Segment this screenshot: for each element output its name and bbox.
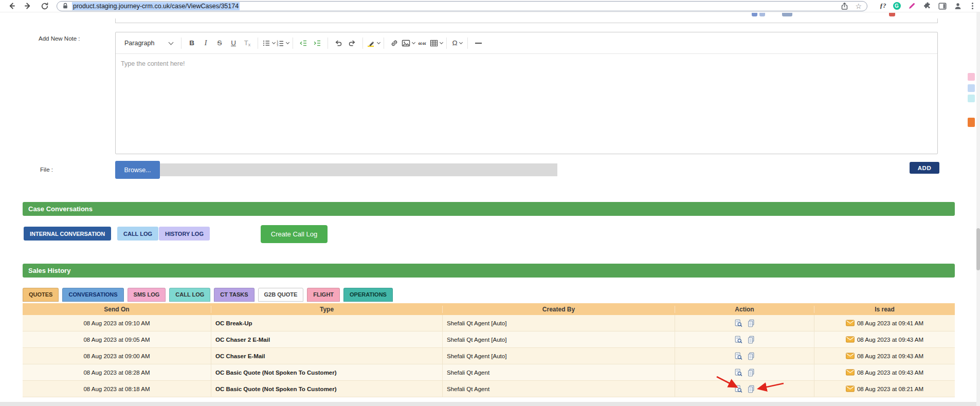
cutoff-panel-edge — [115, 19, 938, 23]
preview-icon[interactable] — [734, 336, 742, 344]
refresh-icon[interactable] — [40, 2, 49, 10]
cutoff-icon[interactable] — [752, 13, 757, 16]
profile-icon[interactable] — [954, 2, 963, 10]
action-cell — [675, 364, 814, 380]
edge-widget-pink[interactable] — [968, 73, 975, 81]
edge-widget-blue[interactable] — [968, 84, 975, 92]
created-by-cell: Shefali Qt Agent — [443, 381, 675, 397]
action-cell — [675, 381, 814, 397]
italic-icon[interactable]: I — [199, 36, 212, 50]
scrollbar-track[interactable] — [976, 12, 980, 406]
preview-icon[interactable] — [734, 368, 742, 377]
indent-icon[interactable] — [311, 36, 324, 50]
bullet-list-icon[interactable] — [262, 36, 275, 50]
send-on-cell: 08 Aug 2023 at 08:28 AM — [23, 364, 211, 380]
table-row: 08 Aug 2023 at 08:28 AM OC Basic Quote (… — [23, 364, 955, 381]
bold-icon[interactable]: B — [185, 36, 198, 50]
special-char-icon[interactable]: Ω — [450, 36, 464, 50]
cutoff-icon[interactable] — [782, 13, 792, 16]
sidebar-icon[interactable] — [938, 2, 947, 10]
file-input-bar[interactable] — [160, 163, 557, 176]
tab-flight[interactable]: FLIGHT — [307, 288, 340, 302]
grammarly-extension-icon[interactable]: G — [893, 2, 901, 10]
copy-icon[interactable] — [747, 368, 755, 377]
tab-operations[interactable]: OPERATIONS — [343, 288, 393, 302]
table-icon[interactable] — [429, 36, 443, 50]
rich-text-editor[interactable]: Paragraph B I S U Tx 123 — [115, 32, 938, 154]
bookmark-star-icon[interactable]: ☆ — [855, 3, 862, 10]
copy-icon[interactable] — [747, 352, 755, 360]
tab-conversations[interactable]: CONVERSATIONS — [62, 288, 123, 302]
preview-icon[interactable] — [734, 385, 742, 393]
fonts-extension-icon[interactable]: ƒ? — [880, 2, 886, 10]
send-on-cell: 08 Aug 2023 at 09:00 AM — [23, 348, 211, 364]
copy-icon[interactable] — [747, 319, 755, 327]
preview-icon[interactable] — [734, 319, 742, 327]
send-on-cell: 08 Aug 2023 at 09:10 AM — [23, 315, 211, 331]
outdent-icon[interactable] — [297, 36, 310, 50]
header-action: Action — [675, 306, 814, 313]
header-send-on: Send On — [23, 306, 211, 313]
call-log-button[interactable]: CALL LOG — [117, 227, 158, 241]
hr-icon[interactable] — [471, 36, 485, 50]
forward-icon[interactable] — [24, 2, 32, 10]
type-cell: OC Break-Up — [211, 315, 443, 331]
underline-icon[interactable]: U — [227, 36, 240, 50]
internal-conversation-button[interactable]: INTERNAL CONVERSATION — [24, 227, 111, 241]
redo-icon[interactable] — [346, 36, 359, 50]
is-read-cell: 08 Aug 2023 at 09:43 AM — [814, 348, 955, 364]
copy-icon[interactable] — [747, 336, 755, 344]
read-envelope-icon — [846, 353, 855, 359]
is-read-cell: 08 Aug 2023 at 09:43 AM — [814, 331, 955, 347]
blockquote-icon[interactable]: ““ — [415, 36, 429, 50]
scrollbar-thumb[interactable] — [976, 228, 980, 270]
numbered-list-icon[interactable]: 123 — [276, 36, 289, 50]
copy-icon[interactable] — [747, 385, 755, 393]
editor-content-area[interactable]: Type the content here! — [116, 54, 937, 154]
tab-ct-tasks[interactable]: CT TASKS — [214, 288, 254, 302]
menu-dots-icon[interactable] — [972, 5, 973, 7]
created-by-cell: Shefali Qt Agent [Auto] — [443, 331, 675, 347]
read-envelope-icon — [846, 336, 855, 343]
action-cell — [675, 348, 814, 364]
tab-sms-log[interactable]: SMS LOG — [128, 288, 166, 302]
case-conversations-header: Case Conversations — [23, 202, 955, 216]
preview-icon[interactable] — [734, 352, 742, 360]
highlight-icon[interactable] — [367, 36, 380, 50]
type-cell: OC Basic Quote (Not Spoken To Customer) — [211, 381, 443, 397]
tab-g2b-quote[interactable]: G2B QUOTE — [258, 288, 304, 302]
quotes-table: Send On Type Created By Action Is read 0… — [23, 303, 955, 397]
link-icon[interactable] — [388, 36, 401, 50]
cutoff-icon[interactable] — [759, 13, 765, 16]
browse-button[interactable]: Browse... — [115, 161, 160, 179]
cutoff-icon[interactable] — [889, 13, 895, 16]
tab-quotes[interactable]: QUOTES — [23, 288, 59, 302]
undo-icon[interactable] — [332, 36, 345, 50]
create-call-log-button[interactable]: Create Call Log — [261, 225, 328, 243]
table-body: 08 Aug 2023 at 09:10 AM OC Break-Up Shef… — [23, 315, 955, 397]
sales-history-title: Sales History — [28, 267, 70, 274]
history-log-button[interactable]: HISTORY LOG — [159, 227, 210, 241]
header-created-by: Created By — [443, 306, 675, 313]
remove-format-icon[interactable]: Tx — [241, 36, 254, 50]
pen-extension-icon[interactable] — [908, 2, 916, 10]
editor-toolbar: Paragraph B I S U Tx 123 — [116, 32, 937, 54]
table-row: 08 Aug 2023 at 09:10 AM OC Break-Up Shef… — [23, 315, 955, 331]
case-conversations-title: Case Conversations — [28, 205, 93, 213]
strikethrough-icon[interactable]: S — [213, 36, 226, 50]
edge-widget-cyan[interactable] — [968, 95, 975, 102]
edge-widget-orange[interactable] — [968, 118, 975, 127]
image-icon[interactable] — [402, 36, 415, 50]
add-button[interactable]: ADD — [910, 162, 939, 174]
share-icon[interactable] — [840, 2, 849, 10]
paragraph-dropdown-label: Paragraph — [124, 40, 154, 47]
back-icon[interactable] — [7, 2, 16, 10]
file-label: File : — [40, 167, 53, 173]
sales-history-header: Sales History — [23, 264, 955, 278]
tab-call-log[interactable]: CALL LOG — [169, 288, 210, 302]
table-header-row: Send On Type Created By Action Is read — [23, 303, 955, 315]
url-text[interactable]: product.staging.journey-crm.co.uk/case/V… — [72, 2, 240, 10]
paragraph-dropdown[interactable]: Paragraph — [120, 35, 177, 51]
extensions-puzzle-icon[interactable] — [923, 2, 932, 10]
address-bar[interactable]: product.staging.journey-crm.co.uk/case/V… — [57, 1, 867, 11]
